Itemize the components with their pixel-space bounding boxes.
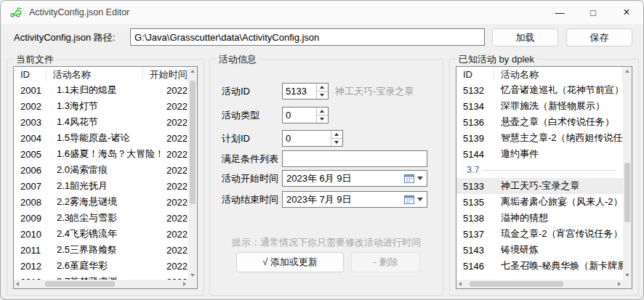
activity-row[interactable]: 20062.0渴索雷痕2022 [14,162,188,178]
column-header-id[interactable]: ID [14,67,47,82]
activity-row[interactable]: 20031.4风花节2022 [14,114,188,130]
activity-row[interactable]: 20112.5三界路飨祭2022 [14,242,188,258]
column-header-start[interactable]: 开始时间 [143,67,188,82]
known-activities-list: ID 活动名称 5132忆音诸途巡礼（花神节前宣）5134深罪施洗（新怪物展示）… [456,66,632,289]
activity-id-spinner[interactable] [282,83,329,100]
chevron-down-icon[interactable] [417,177,423,180]
cell: 2010 [14,229,50,240]
activity-row[interactable]: 20021.3海灯节2022 [14,98,188,114]
activity-row[interactable]: 5144邀约事件 [456,146,623,162]
scroll-right-icon[interactable] [183,282,186,286]
cell: 2022 [160,197,188,208]
scrollbar-thumb[interactable] [45,281,115,287]
schedule-id-label: 计划ID [222,130,250,147]
activity-row[interactable]: 5143铸境研炼 [456,242,623,258]
current-file-group: 当前文件 ID 活动名称 开始时间 20011.1未归的熄星202220021.… [7,59,204,296]
scrollbar-thumb[interactable] [190,81,196,204]
activity-row[interactable]: 5146七圣召唤-秘典华焕（新卡牌展示页 [456,258,623,274]
activity-row[interactable]: 5136悬壶之章（白术传说任务） [456,114,623,130]
cell: 铸境研炼 [494,243,623,256]
activity-row[interactable]: 5133神工天巧-宝录之章 [456,178,623,194]
activity-row[interactable]: 5138溢神的猜想 [456,210,623,226]
cell: 2022 [160,261,188,272]
activity-row[interactable]: 5137琉金之章-2（宵宫传说任务） [456,226,623,242]
scroll-right-icon[interactable] [618,282,621,286]
save-button[interactable]: 保存 [566,28,632,46]
activity-row[interactable]: 20082.2雾海悬谜境2022 [14,194,188,210]
activity-type-input[interactable] [283,108,316,123]
schedule-id-spinner[interactable] [282,130,343,147]
scroll-down-icon[interactable] [190,274,195,277]
grasscutter-logo-icon [9,7,23,18]
cell: 悬壶之章（白术传说任务） [494,115,623,129]
cell: 智慧主之章-2（纳西妲传说任务） [494,131,623,145]
calendar-icon [404,195,414,204]
cell: 2007 [14,181,50,192]
scroll-left-icon[interactable] [16,282,19,286]
path-input[interactable] [130,28,485,46]
activity-row[interactable]: 20011.1未归的熄星2022 [14,82,188,98]
scroll-down-icon[interactable] [625,274,629,277]
cell: 2022 [160,85,188,96]
activity-id-input[interactable] [283,84,316,99]
horizontal-scrollbar[interactable] [456,280,623,288]
cell: 2009 [14,213,50,224]
known-activities-group-title: 已知活动 by dplek [456,53,537,66]
cell: 5144 [456,149,494,160]
scroll-left-icon[interactable] [459,282,462,286]
vertical-scrollbar[interactable] [623,67,632,280]
activity-row[interactable]: 5132忆音诸途巡礼（花神节前宣） [456,82,623,98]
schedule-id-input[interactable] [283,131,331,146]
spin-up-icon[interactable] [317,84,328,91]
scrollbar-thumb[interactable] [470,281,563,287]
condition-list-input[interactable] [282,150,427,167]
window-controls: — □ × [543,1,643,24]
activity-row[interactable]: 5139智慧主之章-2（纳西妲传说任务） [456,130,623,146]
cell: 2022 [160,165,188,176]
spin-up-icon[interactable] [317,108,328,115]
vertical-scrollbar[interactable] [188,67,197,280]
cell: 2022 [160,213,188,224]
activity-row[interactable]: 20051.6盛夏！海岛？大冒险！2022 [14,146,188,162]
delete-button[interactable]: - 删除 [351,252,420,272]
spin-up-icon[interactable] [331,131,342,138]
column-header-name[interactable]: 活动名称 [494,67,623,82]
activity-row[interactable]: 20092.3皑尘与雪影2022 [14,210,188,226]
window-title: ActivityConfig.json Editor [29,7,129,17]
cell: 2006 [14,165,50,176]
start-date-value: 2023年 6月 9日 [283,172,404,185]
cell: 1.4风花节 [50,115,160,129]
cell: 2.5三界路飨祭 [50,243,160,256]
load-button[interactable]: 加载 [492,28,558,46]
end-date-picker[interactable]: 2023年 7月 9日 [282,191,427,208]
end-time-label: 活动结束时间 [222,191,278,208]
close-button[interactable]: × [610,1,643,24]
column-header-id[interactable]: ID [456,67,494,82]
activity-info-group-title: 活动信息 [216,53,259,66]
cell: 2008 [14,197,50,208]
minimize-button[interactable]: — [543,1,576,24]
activity-row[interactable]: 5134深罪施洗（新怪物展示） [456,98,623,114]
activity-row[interactable]: 20072.1韶光抚月2022 [14,178,188,194]
activity-type-spinner[interactable] [282,107,329,123]
spin-down-icon[interactable] [331,138,342,146]
cell: 神工天巧-宝录之章 [494,179,623,192]
scroll-up-icon[interactable] [190,70,195,73]
cell: 忆音诸途巡礼（花神节前宣） [494,84,623,97]
spin-down-icon[interactable] [317,115,328,123]
spin-down-icon[interactable] [317,91,328,99]
activity-row[interactable]: 20041.5导能原盘-诸论2022 [14,130,188,146]
scrollbar-thumb[interactable] [624,163,630,222]
activity-row[interactable]: 20122.6堇庭华彩2022 [14,258,188,274]
add-or-update-button[interactable]: √ 添加或更新 [236,252,344,272]
column-header-name[interactable]: 活动名称 [47,67,143,82]
chevron-down-icon[interactable] [417,198,423,201]
horizontal-scrollbar[interactable] [14,280,188,288]
current-file-list: ID 活动名称 开始时间 20011.1未归的熄星202220021.3海灯节2… [13,66,198,289]
scroll-up-icon[interactable] [625,70,629,73]
maximize-button[interactable]: □ [576,1,610,24]
start-date-picker[interactable]: 2023年 6月 9日 [282,170,427,187]
activity-row[interactable]: 5135离垢者肃心旅宴（风来人-2） [456,194,623,210]
scrollbar-corner [623,280,632,288]
activity-row[interactable]: 20102.4飞彩镌流年2022 [14,226,188,242]
